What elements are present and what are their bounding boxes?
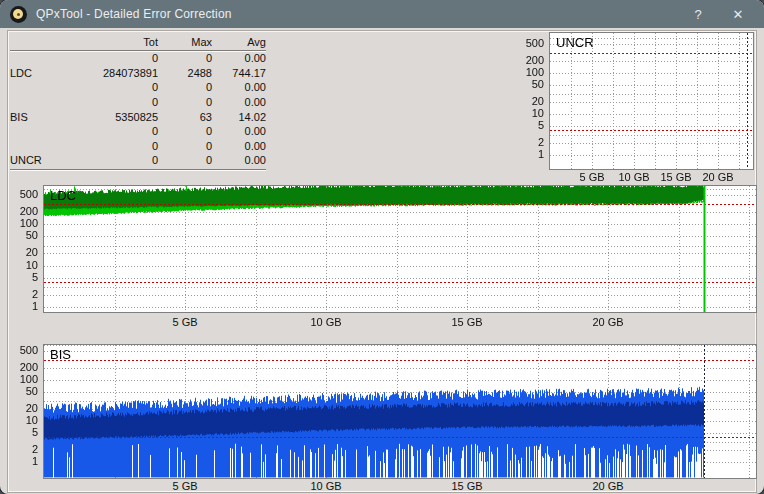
uncr-chart-canvas	[550, 33, 753, 169]
uncr-y-tick-label: 10	[510, 107, 544, 119]
ldc-plot: LDC	[43, 185, 757, 313]
avg-value: 14.02	[212, 111, 266, 123]
max-value: 0	[158, 140, 212, 152]
tot-value: 0	[66, 81, 158, 93]
row-label: UNCR	[10, 154, 66, 166]
ldc-y-tick-label: 100	[4, 217, 38, 229]
tot-value: 284073891	[66, 67, 158, 79]
uncr-y-tick-label: 500	[510, 37, 544, 49]
ldc-chart-canvas	[44, 186, 756, 312]
tot-value: 5350825	[66, 111, 158, 123]
ldc-y-tick-label: 2	[4, 288, 38, 300]
stats-row: 000.00	[10, 80, 266, 95]
bis-y-tick-label: 10	[4, 414, 38, 426]
uncr-y-tick-label: 2	[510, 136, 544, 148]
stats-row: 000.00	[10, 51, 266, 66]
window-title: QPxTool - Detailed Error Correction	[36, 7, 232, 21]
bis-y-tick-label: 200	[4, 361, 38, 373]
uncr-y-tick-label: 1	[510, 148, 544, 160]
stats-col-header: Avg	[212, 36, 266, 48]
max-value: 0	[158, 81, 212, 93]
stats-row: 000.00	[10, 139, 266, 154]
ldc-y-tick-label: 10	[4, 259, 38, 271]
bis-y-tick-label: 5	[4, 426, 38, 438]
stats-header-row: TotMaxAvg	[10, 33, 266, 51]
tot-value: 0	[66, 52, 158, 64]
avg-value: 0.00	[212, 52, 266, 64]
avg-value: 744.17	[212, 67, 266, 79]
stats-row: 000.00	[10, 124, 266, 139]
stats-col-header: Max	[158, 36, 212, 48]
bis-x-tick-label: 5 GB	[160, 480, 210, 492]
ldc-chart-title: LDC	[50, 188, 76, 203]
uncr-y-tick-label: 20	[510, 95, 544, 107]
ldc-y-tick-label: 500	[4, 188, 38, 200]
max-value: 0	[158, 52, 212, 64]
uncr-y-tick-label: 100	[510, 66, 544, 78]
tot-value: 0	[66, 140, 158, 152]
avg-value: 0.00	[212, 154, 266, 166]
qpxtool-dialog-window: QPxTool - Detailed Error Correction ? ✕ …	[0, 0, 764, 494]
bis-y-tick-label: 20	[4, 402, 38, 414]
bis-y-tick-label: 50	[4, 385, 38, 397]
bis-chart-title: BIS	[50, 347, 71, 362]
bis-y-tick-label: 2	[4, 443, 38, 455]
close-button[interactable]: ✕	[718, 0, 758, 28]
ldc-y-tick-label: 200	[4, 205, 38, 217]
qpxtool-logo-icon	[10, 6, 27, 23]
bis-x-tick-label: 10 GB	[301, 480, 351, 492]
max-value: 0	[158, 96, 212, 108]
ldc-y-tick-label: 1	[4, 300, 38, 312]
ldc-x-tick-label: 20 GB	[583, 316, 633, 328]
row-label: LDC	[10, 67, 66, 79]
bis-plot: BIS	[43, 344, 757, 479]
row-label: BIS	[10, 111, 66, 123]
ldc-y-tick-label: 20	[4, 246, 38, 258]
avg-value: 0.00	[212, 125, 266, 137]
avg-value: 0.00	[212, 96, 266, 108]
bis-x-tick-label: 15 GB	[442, 480, 492, 492]
bis-y-tick-label: 100	[4, 373, 38, 385]
avg-value: 0.00	[212, 140, 266, 152]
ldc-x-tick-label: 5 GB	[160, 316, 210, 328]
bis-y-tick-label: 500	[4, 344, 38, 356]
bis-y-tick-label: 1	[4, 455, 38, 467]
tot-value: 0	[66, 96, 158, 108]
stats-row: 000.00	[10, 95, 266, 110]
error-stats-table: TotMaxAvg000.00LDC2840738912488744.17000…	[10, 33, 266, 170]
ldc-y-tick-label: 5	[4, 271, 38, 283]
uncr-y-tick-label: 50	[510, 78, 544, 90]
bis-chart-canvas	[44, 345, 756, 478]
stats-row-uncr: UNCR000.00	[10, 153, 266, 168]
tot-value: 0	[66, 125, 158, 137]
uncr-y-tick-label: 5	[510, 119, 544, 131]
uncr-y-tick-label: 200	[510, 54, 544, 66]
stats-row-bis: BIS53508256314.02	[10, 109, 266, 124]
stats-row-ldc: LDC2840738912488744.17	[10, 66, 266, 81]
tot-value: 0	[66, 154, 158, 166]
stats-col-header: Tot	[66, 36, 158, 48]
ldc-x-tick-label: 15 GB	[442, 316, 492, 328]
bis-x-tick-label: 20 GB	[583, 480, 633, 492]
ldc-y-tick-label: 50	[4, 229, 38, 241]
help-button[interactable]: ?	[678, 0, 718, 28]
titlebar[interactable]: QPxTool - Detailed Error Correction ? ✕	[0, 0, 764, 28]
max-value: 0	[158, 125, 212, 137]
max-value: 2488	[158, 67, 212, 79]
max-value: 63	[158, 111, 212, 123]
max-value: 0	[158, 154, 212, 166]
uncr-x-tick-label: 20 GB	[693, 171, 743, 183]
uncr-chart-title: UNCR	[556, 35, 594, 50]
avg-value: 0.00	[212, 81, 266, 93]
uncr-plot: UNCR	[549, 32, 754, 170]
ldc-x-tick-label: 10 GB	[301, 316, 351, 328]
